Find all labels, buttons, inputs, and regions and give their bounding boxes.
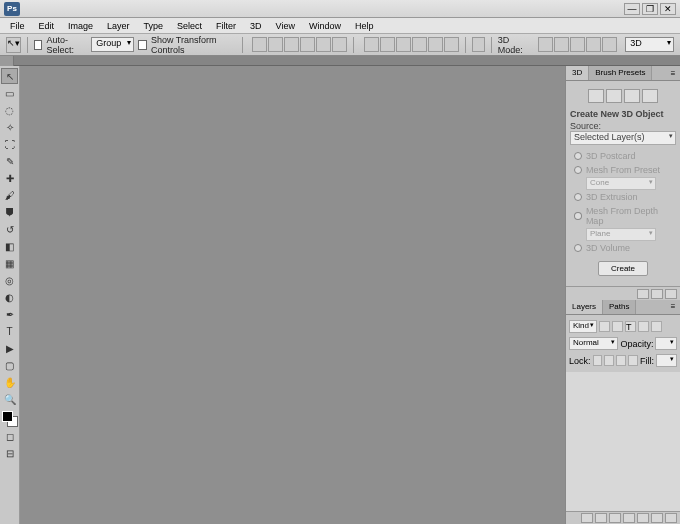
3d-drag-icon[interactable] — [570, 37, 585, 52]
3d-scene-filter-icon[interactable] — [588, 89, 604, 103]
menu-type[interactable]: Type — [138, 20, 170, 32]
tab-brush-presets[interactable]: Brush Presets — [589, 66, 652, 80]
tool-blur[interactable]: ◎ — [1, 272, 18, 288]
canvas-area[interactable] — [20, 66, 565, 524]
tool-stamp[interactable]: ⛊ — [1, 204, 18, 220]
color-swatches[interactable] — [2, 411, 18, 427]
3d-slide-icon[interactable] — [586, 37, 601, 52]
distribute-vcenter-icon[interactable] — [380, 37, 395, 52]
tool-magic-wand[interactable]: ✧ — [1, 119, 18, 135]
adjustment-layer-icon[interactable] — [623, 513, 635, 523]
tool-eraser[interactable]: ◧ — [1, 238, 18, 254]
3d-new-light-icon[interactable] — [651, 289, 663, 299]
maximize-button[interactable]: ❐ — [642, 3, 658, 15]
layer-kind-select[interactable]: Kind — [569, 320, 597, 333]
distribute-right-icon[interactable] — [444, 37, 459, 52]
3d-render-icon[interactable] — [637, 289, 649, 299]
auto-select-target[interactable]: Group — [91, 37, 134, 52]
3d-rotate-icon[interactable] — [538, 37, 553, 52]
move-tool-preset-icon[interactable]: ↖▾ — [6, 37, 21, 53]
tool-type[interactable]: T — [1, 323, 18, 339]
distribute-hcenter-icon[interactable] — [428, 37, 443, 52]
create-button[interactable]: Create — [598, 261, 648, 276]
tool-history-brush[interactable]: ↺ — [1, 221, 18, 237]
tool-gradient[interactable]: ▦ — [1, 255, 18, 271]
auto-align-layers-icon[interactable] — [472, 37, 485, 52]
align-left-icon[interactable] — [300, 37, 315, 52]
tool-zoom[interactable]: 🔍 — [1, 391, 18, 407]
new-layer-icon[interactable] — [651, 513, 663, 523]
tool-pen[interactable]: ✒ — [1, 306, 18, 322]
menu-window[interactable]: Window — [303, 20, 347, 32]
align-vcenter-icon[interactable] — [268, 37, 283, 52]
menu-edit[interactable]: Edit — [33, 20, 61, 32]
minimize-button[interactable]: — — [624, 3, 640, 15]
radio-3d-extrusion[interactable] — [574, 193, 582, 201]
align-top-icon[interactable] — [252, 37, 267, 52]
3d-roll-icon[interactable] — [554, 37, 569, 52]
distribute-top-icon[interactable] — [364, 37, 379, 52]
lock-all-icon[interactable] — [628, 355, 638, 366]
tool-move[interactable]: ↖ — [1, 68, 18, 84]
3d-trash-icon[interactable] — [665, 289, 677, 299]
tool-healing[interactable]: ✚ — [1, 170, 18, 186]
tab-3d[interactable]: 3D — [566, 66, 589, 80]
filter-pixel-icon[interactable] — [599, 321, 610, 332]
menu-file[interactable]: File — [4, 20, 31, 32]
tool-rectangle[interactable]: ▢ — [1, 357, 18, 373]
layers-list[interactable] — [566, 372, 680, 511]
tool-path-select[interactable]: ▶ — [1, 340, 18, 356]
show-transform-checkbox[interactable] — [138, 40, 147, 50]
3d-scale-icon[interactable] — [602, 37, 617, 52]
tab-layers[interactable]: Layers — [566, 300, 603, 314]
menu-image[interactable]: Image — [62, 20, 99, 32]
layer-style-icon[interactable] — [595, 513, 607, 523]
link-layers-icon[interactable] — [581, 513, 593, 523]
3d-material-filter-icon[interactable] — [624, 89, 640, 103]
fill-value[interactable] — [656, 354, 677, 367]
tab-paths[interactable]: Paths — [603, 300, 636, 314]
tool-eyedropper[interactable]: ✎ — [1, 153, 18, 169]
menu-layer[interactable]: Layer — [101, 20, 136, 32]
tool-crop[interactable]: ⛶ — [1, 136, 18, 152]
lock-pixels-icon[interactable] — [604, 355, 614, 366]
menu-select[interactable]: Select — [171, 20, 208, 32]
tool-marquee[interactable]: ▭ — [1, 85, 18, 101]
lock-position-icon[interactable] — [616, 355, 626, 366]
3d-mesh-filter-icon[interactable] — [606, 89, 622, 103]
tool-lasso[interactable]: ◌ — [1, 102, 18, 118]
menu-view[interactable]: View — [270, 20, 301, 32]
tool-hand[interactable]: ✋ — [1, 374, 18, 390]
source-select[interactable]: Selected Layer(s) — [570, 131, 676, 145]
mesh-preset-select[interactable]: Cone — [586, 177, 656, 190]
radio-3d-postcard[interactable] — [574, 152, 582, 160]
close-button[interactable]: ✕ — [660, 3, 676, 15]
radio-3d-volume[interactable] — [574, 244, 582, 252]
filter-type-icon[interactable]: T — [625, 321, 636, 332]
layer-group-icon[interactable] — [637, 513, 649, 523]
menu-3d[interactable]: 3D — [244, 20, 268, 32]
layers-panel-menu-icon[interactable]: ≡ — [666, 300, 680, 314]
tool-quick-mask[interactable]: ◻ — [1, 428, 18, 444]
menu-help[interactable]: Help — [349, 20, 380, 32]
align-bottom-icon[interactable] — [284, 37, 299, 52]
distribute-bottom-icon[interactable] — [396, 37, 411, 52]
depth-map-select[interactable]: Plane — [586, 228, 656, 241]
menu-filter[interactable]: Filter — [210, 20, 242, 32]
filter-smart-icon[interactable] — [651, 321, 662, 332]
radio-mesh-preset[interactable] — [574, 166, 582, 174]
filter-adjust-icon[interactable] — [612, 321, 623, 332]
align-right-icon[interactable] — [332, 37, 347, 52]
tool-dodge[interactable]: ◐ — [1, 289, 18, 305]
blend-mode-select[interactable]: Normal — [569, 337, 618, 350]
doc-tab-collapse[interactable] — [0, 56, 14, 66]
distribute-left-icon[interactable] — [412, 37, 427, 52]
layer-mask-icon[interactable] — [609, 513, 621, 523]
auto-select-checkbox[interactable] — [34, 40, 43, 50]
radio-depth-map[interactable] — [574, 212, 582, 220]
panel-menu-icon[interactable]: ≡ — [666, 66, 680, 80]
trash-icon[interactable] — [665, 513, 677, 523]
align-hcenter-icon[interactable] — [316, 37, 331, 52]
filter-shape-icon[interactable] — [638, 321, 649, 332]
workspace-switcher[interactable]: 3D — [625, 37, 674, 52]
